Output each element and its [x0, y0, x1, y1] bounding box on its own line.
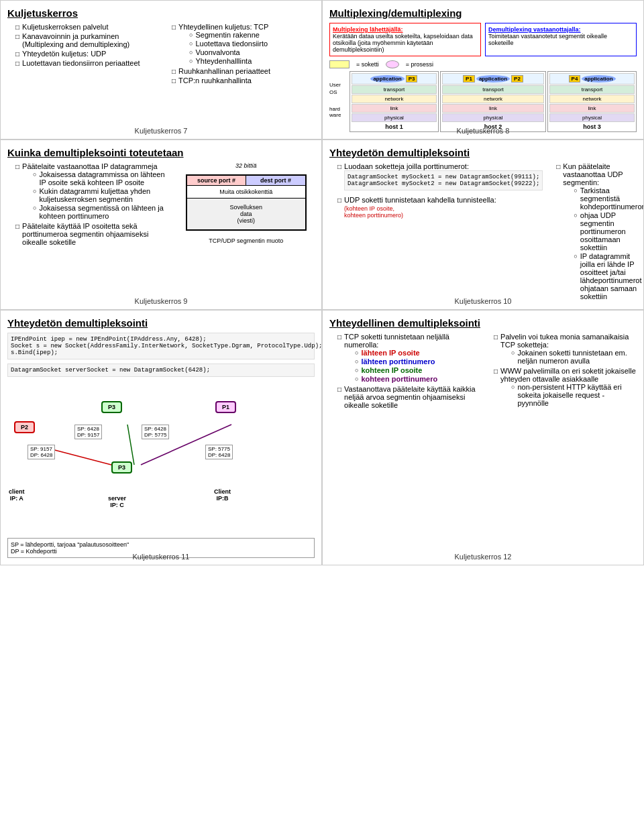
- panel3-content: Päätelaite vastaanottaa IP datagrammeja …: [7, 162, 315, 247]
- panel5-code1: IPEndPoint ipep = new IPEndPoint(IPAddre…: [7, 333, 315, 359]
- panel4-extra: (kohteen IP osoite,kohteen porttinumero): [344, 205, 496, 219]
- server-label: serverIP: C: [108, 495, 126, 508]
- list-item: Kun päätelaite vastaanottaa UDP segmenti…: [551, 162, 644, 301]
- segment-caption: TCP/UDP segmentin muoto: [209, 237, 283, 244]
- hosts-diagram: User OS hard ware application P3 transpo…: [329, 71, 637, 132]
- sp-dp-clientb: SP: 5775DP: 6428: [205, 445, 233, 459]
- panel4-code1: DatagramSocket mySocket1 = new DatagramS…: [344, 170, 543, 190]
- panel5-code2: DatagramSocket serverSocket = new Datagr…: [7, 364, 315, 377]
- panel-yhteydeton-demux: Yhteydetön demultipleksointi Luodaan sok…: [322, 140, 644, 310]
- list-item: lähteen porttinumero: [355, 357, 480, 366]
- list-item: Kukin datagrammi kuljettaa yhden kuljetu…: [33, 187, 172, 203]
- panel1-title: Kuljetuskerros: [7, 7, 315, 19]
- host1-app-bubble: application: [370, 75, 404, 82]
- mux-legend: = soketti = prosessi: [329, 60, 637, 68]
- page-grid: Kuljetuskerros Kuljetuskerroksen palvelu…: [0, 0, 644, 565]
- list-item: kohteen IP osoite: [355, 366, 480, 374]
- sp-dp-p3-left: SP: 6428DP: 9157: [74, 425, 102, 439]
- network-diagram: P2 P3 P1 SP: 6428DP: 9157 SP: 6428DP: 57…: [7, 381, 315, 535]
- svg-line-1: [127, 425, 134, 465]
- panel3-left: Päätelaite vastaanottaa IP datagrammeja …: [7, 162, 172, 247]
- panel4-left-list: Luodaan soketteja joilla porttinumerot: …: [329, 162, 543, 219]
- panel1-number: Kuljetuskerros 7: [135, 127, 188, 135]
- host3-transport: transport: [549, 85, 635, 94]
- panel-yhteydeton-code: Yhteydetön demultipleksointi IPEndPoint …: [0, 310, 322, 565]
- process-legend-icon: [386, 60, 399, 68]
- list-item: ohjaa UDP segmentin porttinumeron osoitt…: [574, 211, 644, 252]
- host2-p2-label: P2: [511, 75, 523, 82]
- list-item: TCP:n ruuhkanhallinta: [166, 76, 315, 85]
- list-item: Päätelaite käyttää IP osoitetta sekä por…: [10, 222, 172, 246]
- list-item: Palvelin voi tukea monia samanaikaisia T…: [488, 333, 637, 366]
- host1-label: host 1: [352, 123, 437, 130]
- panel6-left: TCP soketti tunnistetaan neljällä numero…: [329, 333, 480, 410]
- host3-network: network: [549, 95, 635, 103]
- panel6-number: Kuljetuskerros 12: [455, 553, 512, 561]
- panel6-right: Palvelin voi tukea monia samanaikaisia T…: [486, 333, 637, 410]
- panel5-title: Yhteydetön demultipleksointi: [7, 317, 315, 329]
- panel3-number: Kuljetuskerros 9: [135, 297, 188, 305]
- segment-diagram: source port # dest port # Muita otsikkok…: [186, 174, 307, 231]
- host1-app-layer: application P3: [352, 73, 437, 85]
- panel2-title: Multiplexing/demultiplexing: [329, 7, 637, 19]
- list-item: Vuonvalvonta: [189, 48, 268, 56]
- side-labels: User OS hard ware: [329, 71, 348, 118]
- host2-app-layer: P1 application P2: [442, 73, 544, 85]
- p3-node: P3: [101, 401, 122, 413]
- panel3-diagram: 32 bittiä source port # dest port # Muit…: [177, 162, 315, 247]
- panel-yhteydellinen-demux: Yhteydellinen demultipleksointi TCP soke…: [322, 310, 644, 565]
- host1-block: application P3 transport network link ph…: [350, 71, 439, 132]
- seg-dest: dest port #: [246, 176, 305, 185]
- panel4-title: Yhteydetön demultipleksointi: [329, 147, 637, 158]
- seg-data: Sovelluksendata(viesti): [187, 199, 305, 229]
- panel-kuinka-demux: Kuinka demultipleksointi toteutetaan Pää…: [0, 140, 322, 310]
- client-b-label: ClientIP:B: [214, 488, 231, 502]
- panel1-right-list: Yhteydellinen kuljetus: TCP Segmentin ra…: [164, 23, 315, 85]
- host1-physical: physical: [352, 113, 437, 122]
- host2-block: P1 application P2 transport network link…: [440, 71, 546, 132]
- mux-recv-text: Toimitetaan vastaanotetut segmentit oike…: [488, 33, 633, 46]
- mux-send-text: Kerätään dataa useilta soketeilta, kapse…: [333, 33, 478, 53]
- host1-transport: transport: [352, 85, 437, 94]
- list-item: Luodaan soketteja joilla porttinumerot: …: [332, 162, 543, 194]
- panel6-right-list: Palvelin voi tukea monia samanaikaisia T…: [486, 333, 637, 408]
- host3-physical: physical: [549, 113, 635, 122]
- panel4-content: Luodaan soketteja joilla porttinumerot: …: [329, 162, 637, 302]
- list-item: Yhteydellinen kuljetus: TCP Segmentin ra…: [166, 23, 315, 66]
- panel5-number: Kuljetuskerros 11: [133, 553, 190, 561]
- list-item: non-persistent HTTP käyttää eri sokeita …: [511, 383, 637, 407]
- list-item: Luotettava tiedonsiirto: [189, 40, 268, 48]
- list-item: Jokaisessa datagrammissa on lähteen IP o…: [33, 170, 172, 186]
- server-p3-node: P3: [111, 461, 132, 474]
- p1-node: P1: [215, 401, 236, 413]
- list-item: TCP soketti tunnistetaan neljällä numero…: [332, 333, 480, 384]
- os-label: OS: [329, 89, 348, 95]
- host3-link: link: [549, 104, 635, 113]
- list-item: kohteen porttinumero: [355, 375, 480, 383]
- panel6-title: Yhteydellinen demultipleksointi: [329, 317, 637, 329]
- sp-dp-clienta: SP: 9157DP: 6428: [28, 445, 55, 459]
- socket-legend-text: = soketti: [356, 61, 379, 68]
- panel-kuljetuskerros: Kuljetuskerros Kuljetuskerroksen palvelu…: [0, 0, 322, 140]
- mux-recv-box: Demultiplexing vastaanottajalla: Toimite…: [485, 23, 637, 56]
- host1-link: link: [352, 104, 437, 113]
- host2-network: network: [442, 95, 544, 103]
- panel3-title: Kuinka demultipleksointi toteutetaan: [7, 147, 315, 158]
- host3-app-layer: P4 application: [549, 73, 635, 85]
- host3-app-bubble: application: [582, 75, 615, 82]
- list-item: Yhteydetön kuljetus: UDP: [10, 50, 158, 58]
- list-item: WWW palvelimilla on eri soketit jokaisel…: [488, 367, 637, 408]
- process-legend-text: = prosessi: [406, 61, 433, 68]
- list-item: Kuljetuskerroksen palvelut: [10, 23, 158, 31]
- panel3-list: Päätelaite vastaanottaa IP datagrammeja …: [7, 162, 172, 246]
- host2-app-bubble: application: [476, 75, 510, 82]
- host2-p1-label: P1: [463, 75, 475, 82]
- list-item: Yhteydenhalllinta: [189, 57, 268, 65]
- mux-recv-title: Demultiplexing vastaanottajalla:: [488, 26, 633, 33]
- host3-label: host 3: [549, 123, 635, 130]
- host2-transport: transport: [442, 85, 544, 94]
- list-item: Vastaanottava päätelaite käyttää kaikkia…: [332, 385, 480, 409]
- list-item: Segmentin rakenne: [189, 31, 268, 39]
- user-label: User: [329, 82, 348, 88]
- hardware-label: hard ware: [329, 106, 348, 118]
